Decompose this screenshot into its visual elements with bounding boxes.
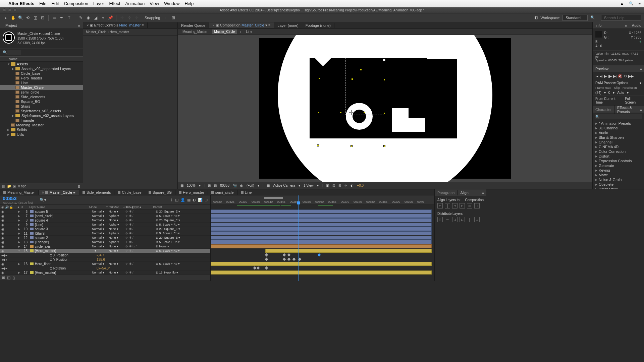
spotlight-icon[interactable]: 🔍 <box>629 1 634 6</box>
project-item-side-elements[interactable]: Side_elements <box>0 95 83 99</box>
comp-mini-flowchart-icon[interactable]: ⊹ <box>170 198 173 202</box>
composition-viewer[interactable] <box>178 35 592 182</box>
workspace-btn-icon[interactable]: ◧ <box>534 15 538 20</box>
puppet-tool-icon[interactable]: 📌 <box>107 15 113 21</box>
layer-row-15[interactable]: ◉▼15[Hero_master]– ▾None ▾⊹ ✱ / ⊚ 5. Sca… <box>0 249 210 253</box>
new-folder-icon[interactable]: 📁 <box>7 184 11 188</box>
roto-tool-icon[interactable]: ⌖ <box>100 15 106 21</box>
pixel-aspect-icon[interactable]: ▣ <box>326 184 329 187</box>
menu-effect[interactable]: Effect <box>109 1 120 6</box>
hand-tool-icon[interactable]: ✋ <box>10 15 16 21</box>
snap-toggle-icon[interactable]: ⊏ <box>163 15 169 21</box>
bpc-button[interactable]: 8 bpc <box>18 184 26 188</box>
flow-master-circle[interactable]: Master_Circle <box>212 29 237 34</box>
preview-tab[interactable]: Preview <box>593 66 611 71</box>
pan-behind-tool-icon[interactable]: ⊡ <box>40 15 46 21</box>
zoom-dropdown[interactable]: 100% <box>187 184 196 187</box>
keyframe[interactable] <box>283 258 286 261</box>
render-queue-tab[interactable]: Render Queue <box>178 23 209 28</box>
workspace-dropdown[interactable]: Standard <box>562 15 588 21</box>
dist-bottom-icon[interactable]: ⊔ <box>452 217 458 222</box>
fx-category-distort[interactable]: ▶Distort <box>593 154 644 159</box>
res-half-icon[interactable]: ⊞ <box>208 184 211 187</box>
menu-help[interactable]: Help <box>184 1 194 6</box>
fx-category-obsolete[interactable]: ▶Obsolete <box>593 182 644 187</box>
search-help-input[interactable] <box>601 15 641 21</box>
layer-tab[interactable]: Layer (none) <box>274 23 302 28</box>
timeline-search-icon[interactable]: 🔍▾ <box>40 198 46 202</box>
layer-row-16[interactable]: ◉▶16Hero_floorNormal ▾None ▾⊹ ✱ / ⊚ 5. S… <box>0 262 210 266</box>
reset-exposure-icon[interactable]: ◐ <box>351 184 354 187</box>
snapping-label[interactable]: Snapping <box>145 16 160 20</box>
pen-tool-icon[interactable]: ✒ <box>59 15 65 21</box>
flowchart-icon[interactable]: ⊹ <box>344 184 347 187</box>
mute-icon[interactable]: 🔇 <box>618 74 623 78</box>
fx-category---animation-presets[interactable]: ▶* Animation Presets <box>593 121 644 126</box>
toggle-switches-icon[interactable]: ⊞ <box>2 276 5 280</box>
type-tool-icon[interactable]: T <box>66 15 72 21</box>
dist-right-icon[interactable]: ⊐ <box>474 217 480 222</box>
fx-category-cinema-4d[interactable]: ▶CINEMA 4D <box>593 144 644 149</box>
timeline-tab-circle-base[interactable]: Circle_base <box>114 190 145 195</box>
align-to-dropdown[interactable]: Composition <box>465 198 484 202</box>
layer-property-rotation[interactable]: ◂◆▸⊙ Rotation0x+54.0° <box>0 266 210 270</box>
timeline-tab-meaning-master[interactable]: Meaning_Master <box>0 190 39 195</box>
project-item-solids[interactable]: ▶Solids <box>0 127 83 132</box>
fx-category-color-correction[interactable]: ▶Color Correction <box>593 149 644 154</box>
align-left-icon[interactable]: ⊏ <box>437 203 443 208</box>
work-area[interactable] <box>264 197 283 199</box>
menu-view[interactable]: View <box>150 1 159 6</box>
project-item-styleframes-v02-assets[interactable]: Styleframes_v02_assets <box>0 109 83 113</box>
footage-tab[interactable]: Footage (none) <box>302 23 334 28</box>
keyframe[interactable] <box>292 258 296 261</box>
info-tab[interactable]: Info <box>593 23 604 28</box>
project-search-input[interactable] <box>7 50 21 55</box>
camera-tool-icon[interactable]: ◫ <box>32 15 38 21</box>
rotation-tool-icon[interactable]: ⟲ <box>25 15 31 21</box>
next-frame-icon[interactable]: |▶ <box>608 74 612 78</box>
project-item-assets[interactable]: ▼Assets <box>0 62 83 66</box>
project-item-hero-master[interactable]: Hero_master <box>0 76 83 80</box>
interpret-icon[interactable]: ▦ <box>2 184 5 188</box>
brainstorm-icon[interactable]: ⊞ <box>205 198 208 202</box>
framerate-dd[interactable]: (24) <box>595 91 601 95</box>
playhead[interactable] <box>299 195 299 281</box>
fx-category-generate[interactable]: ▶Generate <box>593 163 644 168</box>
layer-row-13[interactable]: ◉▶13[Triangle]Normal ▾Alpha ▾⊹ ✱ / ⊚ 5. … <box>0 240 210 244</box>
prev-frame-icon[interactable]: ◂| <box>600 74 603 78</box>
res-dd[interactable]: Auto <box>617 91 624 95</box>
zoom-window-icon[interactable] <box>13 8 17 12</box>
panel-menu-icon[interactable]: ≡ <box>78 23 80 27</box>
align-hcenter-icon[interactable]: ║ <box>445 203 450 208</box>
layer-row-11[interactable]: ◉▶11[Stairs]Normal ▾Alpha ▾⊹ ✱ / ⊚ 5. Sc… <box>0 231 210 236</box>
composition-tab[interactable]: × ▣ Composition Master_Circle ▾ ≡ <box>209 22 274 28</box>
align-vcenter-icon[interactable]: ═ <box>467 203 472 208</box>
project-item-triangle[interactable]: Triangle <box>0 118 83 123</box>
fx-category-noise---grain[interactable]: ▶Noise & Grain <box>593 177 644 182</box>
ruler-icon[interactable]: ⊡ <box>214 184 217 187</box>
project-tab[interactable]: Project <box>3 23 19 28</box>
minimize-window-icon[interactable] <box>8 8 11 12</box>
project-item-circle-base[interactable]: Circle_base <box>0 71 83 76</box>
fx-category-audio[interactable]: ▶Audio <box>593 130 644 135</box>
rectangle-tool-icon[interactable]: ▭ <box>51 15 57 21</box>
fx-category-expression-controls[interactable]: ▶Expression Controls <box>593 159 644 163</box>
fx-category-blur---sharpen[interactable]: ▶Blur & Sharpen <box>593 135 644 140</box>
layer-property-y-position[interactable]: ◂◆▸⊙ Y Position135.6 <box>0 257 210 262</box>
menu-edit[interactable]: Edit <box>51 1 59 6</box>
layer-row-6[interactable]: ◉▶6square 5Normal ▾None ▾⊹ ✱ / ⊚ 20. Squ… <box>0 209 210 214</box>
fx-category-keying[interactable]: ▶Keying <box>593 168 644 173</box>
dist-left-icon[interactable]: ⊏ <box>460 217 465 222</box>
effect-controls-tab[interactable]: × ▣ Effect Controls Hero_master ≡ <box>83 22 148 28</box>
keyframe[interactable] <box>265 258 268 261</box>
selection-tool-icon[interactable]: ▸ <box>3 15 9 21</box>
project-item-name[interactable]: Master_Circle ▾ <box>17 32 41 36</box>
views-dropdown[interactable]: 1 View <box>304 184 314 187</box>
project-item-line[interactable]: Line <box>0 80 83 85</box>
toggle-modes-icon[interactable]: ◫ <box>7 276 10 280</box>
dist-hcenter-icon[interactable]: ║ <box>467 217 472 222</box>
menu-animation[interactable]: Animation <box>125 1 145 6</box>
resolution-dropdown[interactable]: (Full) <box>247 184 254 187</box>
draft-3d-icon[interactable]: ◫ <box>175 198 178 202</box>
project-item-semi-circle[interactable]: semi_circle <box>0 90 83 95</box>
